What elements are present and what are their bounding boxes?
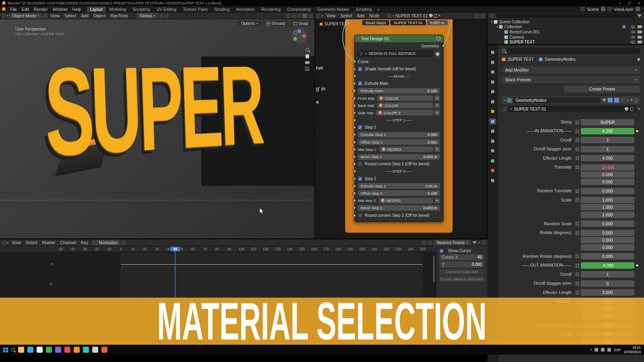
property-value-field[interactable]: -4.000 [581,262,634,269]
remove-material-button[interactable]: × [434,95,440,101]
menu-object[interactable]: Object [91,13,108,18]
attribute-toggle-icon[interactable] [575,221,580,226]
attribute-toggle-icon[interactable] [575,230,580,235]
properties-tab-constraints[interactable] [489,148,496,154]
node-group-field[interactable]: ▾ SUPER TEXT 01 [508,106,636,112]
menu-add[interactable]: Add [78,13,91,18]
fake-user-icon[interactable] [429,14,433,18]
node-row-offset-step-2[interactable]: Offset step 20.100 [355,189,443,197]
visibility-eye-icon[interactable] [631,25,635,28]
outliner[interactable]: ▾Scene Collection▾Collection✓BezierCurve… [487,12,644,45]
axis-x-handle[interactable] [302,34,306,38]
properties-tab-material[interactable] [489,167,496,174]
keyframe-decorator[interactable]: · [634,253,640,260]
menu-select[interactable]: Select [62,13,78,18]
attribute-toggle-icon[interactable] [575,254,580,259]
value-field[interactable]: Extrude main0.100 [358,88,440,94]
property-value-field[interactable]: 1 [581,271,634,278]
input-socket[interactable] [353,170,356,173]
node-row-bevel-step-2[interactable]: Bevel Step 20.003 m [355,204,443,212]
keyframe-decorator[interactable]: · [634,187,640,194]
timeline-ruler[interactable]: -50-40-30-20-100102030405060708090100110… [0,246,436,252]
render-visibility-icon[interactable] [638,41,642,43]
taskbar-app-icon[interactable] [83,347,89,353]
node-row-mat-step-2[interactable]: Mat step 2:NEGRO× [355,197,443,204]
add-modifier-button[interactable]: Add Modifier ▾ [502,66,640,74]
node-row-offset-step-1[interactable]: Offset Step 10.061 [355,138,443,146]
windows-start-icon[interactable] [3,348,8,352]
outliner-row-collection[interactable]: ▾Collection✓ [487,25,644,30]
keyframe-decorator[interactable]: · [634,211,640,218]
node-tree-selector[interactable]: ▾ SUPER TEXT 01 × [385,12,443,19]
render-visibility-icon[interactable] [638,31,642,33]
current-frame-indicator[interactable]: 45 [170,247,180,251]
collapse-arrow-icon[interactable]: ▾ [357,37,359,41]
collapse-arrow-icon[interactable]: ▾ [504,99,506,102]
property-value-field[interactable]: 1 [581,146,634,152]
value-field[interactable]: Extrude Step 20.01 m [358,183,440,189]
properties-tab-texture[interactable] [489,177,496,184]
selectable-checkbox[interactable]: ✓ [622,25,626,29]
breadcrumb-label[interactable]: SUPER TEXT [324,22,350,26]
keyframe-decorator[interactable]: · [634,237,640,243]
search-input[interactable] [508,48,640,54]
attribute-toggle-icon[interactable] [575,272,580,277]
input-socket[interactable] [353,119,356,122]
text-object-3d[interactable]: SUPER [43,49,264,175]
battery-icon[interactable] [607,348,611,352]
taskbar-app-icon[interactable] [55,347,61,353]
node-row-front-mat[interactable]: Front Mat:COLOR× [355,95,443,102]
cursor-to-selection-button[interactable]: Cursor to Selection [440,269,484,275]
checkbox[interactable]: ✓ [358,67,362,71]
extras-dropdown-icon[interactable]: ▾ [627,99,629,102]
clipped-node-title[interactable]: Bevel Steps [362,20,389,25]
clock[interactable]: 18:21 10/09/2023 [623,346,641,354]
material-selector[interactable]: NEGRO [380,146,433,152]
editor-type-icon[interactable] [316,14,321,18]
blender-menu-icon[interactable] [2,7,6,11]
keyframe-decorator[interactable]: · [634,271,640,278]
keyframe-decorator[interactable]: · [634,146,640,152]
menu-file[interactable]: File [8,7,19,12]
properties-tab-object[interactable] [489,108,496,115]
remove-material-button[interactable]: × [434,198,440,204]
network-icon[interactable] [594,348,598,352]
ortho-toggle-icon[interactable] [305,67,309,71]
scene-name[interactable]: Scene [587,7,599,12]
material-selector[interactable]: COLOR [377,95,433,101]
menu-help[interactable]: Help [70,7,84,12]
camera-view-icon[interactable] [305,61,309,64]
taskbar-app-icon[interactable] [27,347,33,353]
attribute-toggle-icon[interactable] [575,197,580,202]
breadcrumb-modifier[interactable]: GeometryNodes [545,57,575,62]
value-field[interactable]: Bevel Step 10.003 m [358,154,440,160]
property-value-field[interactable]: 0.000 [581,188,634,194]
property-value-field[interactable]: 0.000 [581,237,634,243]
node-row-extrude-step-2[interactable]: Extrude Step 20.01 m [355,182,443,189]
menu-view[interactable]: View [48,13,62,18]
properties-tab-tool[interactable] [489,49,496,56]
workspace-tab-geometry-nodes[interactable]: Geometry Nodes [314,6,352,12]
viewport-3d[interactable]: ▾ Object Mode▾ ViewSelectAddObjectRanToo… [0,12,315,239]
property-value-field[interactable]: 0.000 [581,220,634,227]
properties-tab-object-data[interactable] [489,158,496,164]
overlays-icon[interactable] [286,14,290,18]
breadcrumb-object[interactable]: SUPER TEXT [508,57,534,62]
keyframe-decorator[interactable]: · [634,164,640,171]
attribute-toggle-icon[interactable] [575,189,580,193]
menu-select[interactable]: Select [23,240,40,245]
shading-material-icon[interactable] [303,14,307,18]
outliner-row-camera[interactable]: Camera [487,35,644,40]
keyframe-decorator[interactable]: ◆ [634,262,640,269]
keyframe-decorator[interactable]: · [634,171,640,178]
node-row-step-2[interactable]: ✓Step 2 [355,175,443,182]
remove-material-button[interactable]: × [434,110,440,115]
modifier-header[interactable]: ▾ GeometryNodes ▾ × [502,96,640,104]
mode-dropdown[interactable]: Object Mode▾ [9,13,42,19]
menu-rantools[interactable]: RanTools [108,13,130,18]
properties-tab-physics[interactable] [489,138,496,144]
geometry-node-editor[interactable]: ▾ ViewSelectAddNode ▾ SUPER TEXT 01 × SU… [315,12,487,239]
filter-icon[interactable] [638,14,642,17]
fake-user-icon[interactable] [625,107,628,111]
property-value-field[interactable]: 0.000 [581,179,634,185]
